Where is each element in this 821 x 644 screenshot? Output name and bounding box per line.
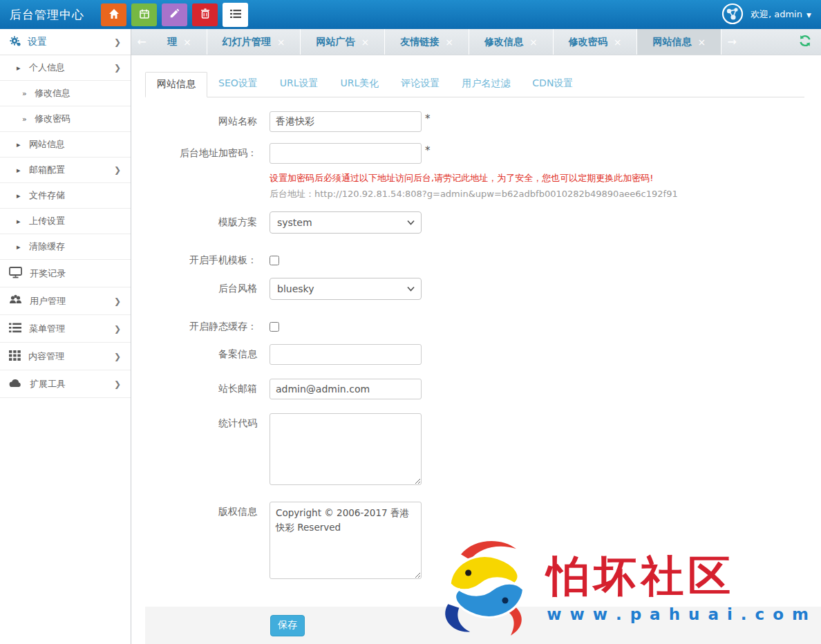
- form-row-admin-password: 后台地址加密码： * 设置加密码后必须通过以下地址访问后台,请劳记此地址，为了安…: [145, 143, 804, 200]
- subtab-cdn-settings[interactable]: CDN设置: [521, 72, 584, 97]
- list-button[interactable]: [223, 3, 248, 27]
- form-row-site-name: 网站名称 *: [145, 111, 804, 132]
- tab-clipped[interactable]: 理 ×: [152, 29, 207, 55]
- tab-label: 理: [167, 36, 177, 48]
- tab-scroll-right-button[interactable]: →: [721, 29, 742, 55]
- tab-scroll-left-button[interactable]: ←: [131, 29, 152, 55]
- chevron-right-icon: ❯: [114, 379, 121, 389]
- stats-code-textarea[interactable]: [270, 413, 422, 485]
- avatar-network-icon[interactable]: [721, 3, 744, 27]
- required-asterisk: *: [425, 111, 431, 125]
- user-area: 欢迎, admin ▼: [721, 3, 811, 27]
- field-label: 后台地址加密码：: [145, 143, 257, 160]
- tab-label: 网站信息: [652, 36, 691, 48]
- sidebar-section-settings[interactable]: 设置 ❯: [0, 29, 131, 55]
- tab-site-info[interactable]: 网站信息 ×: [637, 29, 721, 55]
- sidebar-item-label: 开奖记录: [30, 267, 66, 280]
- edit-button[interactable]: [162, 3, 187, 26]
- home-icon: [108, 8, 120, 21]
- tab-close-icon[interactable]: ×: [614, 37, 622, 48]
- grid-icon: [9, 350, 28, 363]
- tab-slideshow-management[interactable]: 幻灯片管理 ×: [207, 29, 301, 55]
- chevron-right-icon: ❯: [114, 165, 121, 175]
- pencil-icon: [169, 8, 180, 21]
- subtab-username-filter[interactable]: 用户名过滤: [451, 72, 521, 97]
- subtab-url-settings[interactable]: URL设置: [269, 72, 330, 97]
- chevron-right-icon: ❯: [114, 324, 121, 334]
- tab-close-icon[interactable]: ×: [361, 37, 369, 48]
- sidebar-item-file-storage[interactable]: ▸ 文件存储: [0, 183, 131, 209]
- field-label: 网站名称: [145, 111, 257, 128]
- sidebar-item-label: 内容管理: [28, 350, 64, 363]
- tab-label: 修改信息: [484, 36, 523, 48]
- trash-button[interactable]: [192, 3, 218, 26]
- sidebar-item-extension-tools[interactable]: 扩展工具 ❯: [0, 370, 131, 398]
- sidebar-item-label: 用户管理: [30, 295, 66, 307]
- webmaster-email-input[interactable]: [270, 379, 422, 399]
- tab-site-ads[interactable]: 网站广告 ×: [301, 29, 385, 55]
- sidebar-item-label: 网站信息: [29, 138, 65, 151]
- tab-edit-info[interactable]: 修改信息 ×: [469, 29, 554, 55]
- calendar-button[interactable]: [131, 3, 157, 26]
- sidebar-item-label: 清除缓存: [29, 240, 65, 253]
- sidebar-item-clear-cache[interactable]: ▸ 清除缓存: [0, 234, 131, 260]
- refresh-icon: [798, 34, 812, 50]
- admin-style-select[interactable]: bluesky: [270, 278, 421, 299]
- template-scheme-select[interactable]: system: [270, 212, 421, 233]
- tab-friend-links[interactable]: 友情链接 ×: [385, 29, 469, 55]
- refresh-button[interactable]: [789, 29, 821, 55]
- triangle-bullet-icon: ▸: [17, 243, 23, 252]
- form-row-template-scheme: 模版方案 system: [145, 211, 804, 234]
- icp-info-input[interactable]: [270, 344, 422, 365]
- sidebar-item-label: 扩展工具: [30, 378, 66, 390]
- sidebar-item-lottery-records[interactable]: 开奖记录: [0, 260, 131, 287]
- admin-password-input[interactable]: [270, 143, 422, 164]
- users-icon: [9, 294, 30, 307]
- sidebar-item-user-management[interactable]: 用户管理 ❯: [0, 287, 131, 315]
- field-label: 模版方案: [145, 211, 257, 229]
- subtab-comment-settings[interactable]: 评论设置: [390, 72, 451, 97]
- tab-close-icon[interactable]: ×: [183, 37, 191, 48]
- tab-change-password[interactable]: 修改密码 ×: [554, 29, 638, 55]
- sidebar-item-label: 邮箱配置: [29, 164, 65, 176]
- subtab-site-info[interactable]: 网站信息: [145, 72, 207, 97]
- field-label: 后台风格: [145, 278, 257, 295]
- form-row-mobile-template: 开启手机模板：: [145, 250, 804, 267]
- form-row-copyright: 版权信息 Copyright © 2006-2017 香港快彩 Reserved: [145, 502, 804, 579]
- tab-close-icon[interactable]: ×: [277, 37, 285, 48]
- home-button[interactable]: [101, 3, 126, 26]
- tab-label: 网站广告: [316, 36, 355, 48]
- save-button[interactable]: 保存: [270, 615, 305, 636]
- chevron-right-icon: ❯: [114, 37, 121, 47]
- field-label: 统计代码: [145, 413, 257, 430]
- sidebar-item-change-password[interactable]: » 修改密码: [0, 106, 131, 132]
- copyright-textarea[interactable]: Copyright © 2006-2017 香港快彩 Reserved: [270, 502, 422, 579]
- sidebar-item-label: 个人信息: [29, 61, 65, 74]
- admin-style-select-wrap: bluesky: [270, 278, 422, 300]
- mobile-template-checkbox[interactable]: [270, 256, 279, 265]
- tab-close-icon[interactable]: ×: [529, 37, 538, 48]
- form-row-icp-info: 备案信息: [145, 344, 804, 365]
- sidebar-item-content-management[interactable]: 内容管理 ❯: [0, 343, 131, 370]
- subtab-url-beautify[interactable]: URL美化: [330, 72, 390, 97]
- tab-close-icon[interactable]: ×: [697, 37, 706, 48]
- static-cache-checkbox[interactable]: [270, 322, 279, 332]
- sidebar-item-upload-settings[interactable]: ▸ 上传设置: [0, 209, 131, 234]
- sidebar-item-menu-management[interactable]: 菜单管理 ❯: [0, 315, 131, 343]
- sidebar: 设置 ❯ ▸ 个人信息 ❯ » 修改信息 » 修改密码 ▸ 网站信息 ▸: [0, 29, 131, 644]
- menu-list-icon: [9, 323, 29, 335]
- field-label: 站长邮箱: [145, 379, 257, 395]
- tab-close-icon[interactable]: ×: [445, 37, 453, 48]
- subtab-seo-settings[interactable]: SEO设置: [207, 72, 269, 97]
- sidebar-item-edit-info[interactable]: » 修改信息: [0, 81, 131, 106]
- site-info-form: 网站名称 * 后台地址加密码： * 设置: [145, 111, 804, 579]
- tab-label: 友情链接: [400, 36, 439, 48]
- welcome-user-menu[interactable]: 欢迎, admin ▼: [751, 8, 811, 21]
- site-name-input[interactable]: [270, 111, 422, 132]
- admin-screen: 后台管理中心 欢迎, admin ▼: [0, 0, 821, 644]
- sidebar-item-site-info[interactable]: ▸ 网站信息: [0, 132, 131, 158]
- double-arrow-bullet-icon: »: [22, 89, 29, 98]
- sidebar-item-personal-info[interactable]: ▸ 个人信息 ❯: [0, 55, 131, 81]
- top-header: 后台管理中心 欢迎, admin ▼: [0, 0, 821, 29]
- sidebar-item-email-config[interactable]: ▸ 邮箱配置 ❯: [0, 158, 131, 183]
